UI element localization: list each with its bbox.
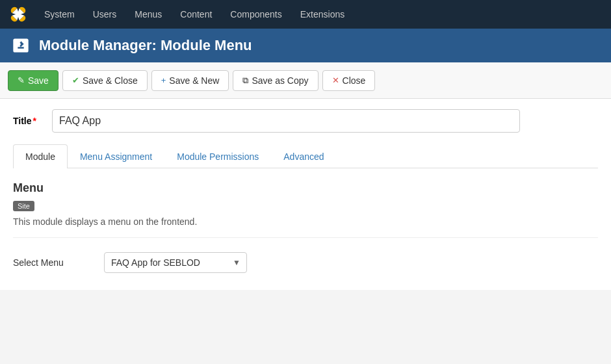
close-icon: ✕ [332,75,339,85]
save-close-label: Save & Close [83,75,138,86]
select-menu-label: Select Menu [13,257,91,268]
check-icon: ✔ [72,75,79,85]
select-menu-wrapper: FAQ App for SEBLOD Main Menu Top Menu Us… [104,252,247,273]
main-content: Title* Module Menu Assignment Module Per… [0,99,611,290]
title-row: Title* [13,109,598,133]
nav-system[interactable]: System [36,4,83,25]
plus-icon: + [161,75,166,85]
copy-icon: ⧉ [242,75,248,86]
top-nav: System Users Menus Content Components Ex… [0,0,611,29]
select-menu-row: Select Menu FAQ App for SEBLOD Main Menu… [13,246,598,280]
close-label: Close [343,75,366,86]
select-menu-input[interactable]: FAQ App for SEBLOD Main Menu Top Menu Us… [104,252,247,273]
title-input[interactable] [52,109,520,133]
save-copy-button[interactable]: ⧉ Save as Copy [233,70,318,91]
section-description: This module displays a menu on the front… [13,216,598,227]
save-close-button[interactable]: ✔ Save & Close [62,70,148,91]
save-label: Save [28,75,49,86]
tab-advanced[interactable]: Advanced [271,144,336,168]
nav-content[interactable]: Content [172,4,220,25]
nav-users[interactable]: Users [85,4,125,25]
save-new-button[interactable]: + Save & New [151,70,229,91]
nav-extensions[interactable]: Extensions [292,4,352,25]
tab-menu-assignment[interactable]: Menu Assignment [68,144,164,168]
tabs: Module Menu Assignment Module Permission… [13,144,598,168]
save-new-label: Save & New [169,75,219,86]
divider [13,237,598,238]
title-label: Title* [13,116,46,126]
tab-module[interactable]: Module [13,144,68,168]
save-icon: ✎ [18,75,25,85]
section-title: Menu [13,181,598,195]
required-marker: * [33,116,36,126]
site-badge: Site [13,201,34,211]
page-header: Module Manager: Module Menu [0,29,611,62]
module-icon [10,35,31,56]
toolbar: ✎ Save ✔ Save & Close + Save & New ⧉ Sav… [0,62,611,99]
nav-components[interactable]: Components [222,4,289,25]
close-button[interactable]: ✕ Close [322,70,376,91]
module-section: Menu Site This module displays a menu on… [13,181,598,227]
joomla-logo [6,3,30,26]
tab-module-permissions[interactable]: Module Permissions [164,144,271,168]
nav-menus[interactable]: Menus [127,4,170,25]
svg-rect-0 [16,12,21,17]
save-button[interactable]: ✎ Save [8,70,58,91]
page-title: Module Manager: Module Menu [39,37,252,54]
save-copy-label: Save as Copy [252,75,308,86]
